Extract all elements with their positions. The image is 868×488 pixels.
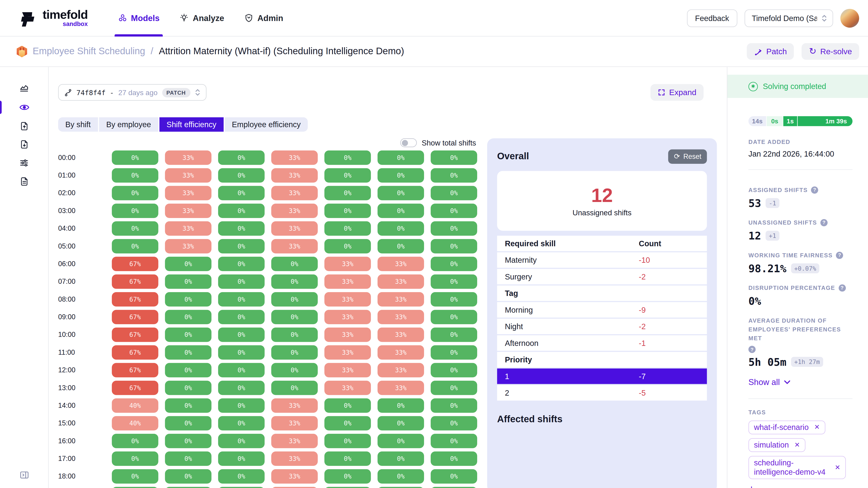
efficiency-cell[interactable]: 0% [271,345,318,360]
version-select[interactable]: 74f8f4f - 27 days ago PATCH [58,84,206,101]
reset-button[interactable]: ⟳ Reset [669,149,707,164]
tag-scheduling-intelligence-demo-v4[interactable]: scheduling-intelligence-demo-v4✕ [748,456,846,479]
efficiency-cell[interactable]: 0% [218,257,265,271]
tab-by-shift[interactable]: By shift [58,117,98,132]
efficiency-cell[interactable]: 0% [218,381,265,395]
efficiency-cell[interactable]: 33% [377,345,424,360]
efficiency-cell[interactable]: 0% [112,168,158,183]
efficiency-cell[interactable]: 0% [431,469,477,484]
efficiency-cell[interactable]: 0% [377,398,424,413]
efficiency-cell[interactable]: 0% [218,398,265,413]
show-total-shifts-toggle[interactable] [400,138,416,147]
efficiency-cell[interactable]: 0% [324,398,371,413]
workspace-select[interactable]: Timefold Demo (San [745,9,833,27]
table-row-1[interactable]: 1-7 [497,368,707,384]
efficiency-cell[interactable]: 0% [218,451,265,466]
efficiency-cell[interactable]: 33% [324,274,371,289]
efficiency-cell[interactable]: 33% [377,257,424,271]
add-tag-button[interactable]: + [748,484,852,488]
help-icon[interactable]: ? [838,284,846,291]
efficiency-cell[interactable]: 33% [377,292,424,306]
efficiency-cell[interactable]: 33% [271,416,318,431]
efficiency-cell[interactable]: 0% [165,451,212,466]
efficiency-cell[interactable]: 33% [165,221,212,236]
efficiency-cell[interactable]: 0% [271,381,318,395]
efficiency-cell[interactable]: 0% [324,221,371,236]
sidebar-item-logs[interactable] [0,176,48,186]
efficiency-cell[interactable]: 0% [112,221,158,236]
efficiency-cell[interactable]: 0% [271,257,318,271]
remove-tag-icon[interactable]: ✕ [794,440,800,450]
efficiency-cell[interactable]: 0% [218,221,265,236]
efficiency-cell[interactable]: 0% [431,451,477,466]
efficiency-cell[interactable]: 33% [165,239,212,254]
efficiency-cell[interactable]: 0% [377,151,424,165]
efficiency-cell[interactable]: 0% [218,292,265,306]
efficiency-cell[interactable]: 0% [431,239,477,254]
efficiency-cell[interactable]: 0% [271,292,318,306]
table-row-maternity[interactable]: Maternity-10 [497,252,707,268]
feedback-button[interactable]: Feedback [687,9,737,27]
table-row-afternoon[interactable]: Afternoon-1 [497,335,707,351]
efficiency-cell[interactable]: 0% [218,434,265,448]
tag-simulation[interactable]: simulation✕ [748,438,805,452]
tab-employee-efficiency[interactable]: Employee efficiency [225,117,308,132]
efficiency-cell[interactable]: 0% [218,487,265,488]
efficiency-cell[interactable]: 0% [431,310,477,324]
efficiency-cell[interactable]: 33% [271,151,318,165]
efficiency-cell[interactable]: 0% [165,310,212,324]
efficiency-cell[interactable]: 0% [165,292,212,306]
efficiency-cell[interactable]: 33% [271,451,318,466]
efficiency-cell[interactable]: 0% [377,168,424,183]
sidebar-item-area-chart[interactable] [0,83,48,94]
patch-button[interactable]: Patch [747,43,794,60]
table-row-tag[interactable]: Tag [497,286,707,301]
efficiency-cell[interactable]: 33% [324,328,371,342]
efficiency-cell[interactable]: 0% [324,434,371,448]
efficiency-cell[interactable]: 0% [431,186,477,200]
efficiency-cell[interactable]: 33% [271,469,318,484]
efficiency-cell[interactable]: 33% [324,257,371,271]
efficiency-cell[interactable]: 33% [324,345,371,360]
sidebar-expand-button[interactable] [19,470,29,480]
efficiency-cell[interactable]: 0% [324,487,371,488]
efficiency-cell[interactable]: 0% [112,469,158,484]
expand-button[interactable]: Expand [650,84,704,101]
help-icon[interactable]: ? [811,186,818,193]
efficiency-cell[interactable]: 0% [112,451,158,466]
efficiency-cell[interactable]: 0% [112,487,158,488]
efficiency-cell[interactable]: 0% [112,239,158,254]
remove-tag-icon[interactable]: ✕ [835,463,840,473]
efficiency-cell[interactable]: 0% [377,416,424,431]
efficiency-cell[interactable]: 33% [377,363,424,378]
efficiency-cell[interactable]: 0% [377,451,424,466]
efficiency-cell[interactable]: 0% [431,257,477,271]
table-row-2[interactable]: 2-5 [497,385,707,400]
efficiency-cell[interactable]: 0% [165,345,212,360]
efficiency-cell[interactable]: 0% [165,487,212,488]
table-row-priority[interactable]: Priority [497,352,707,367]
efficiency-cell[interactable]: 40% [112,398,158,413]
efficiency-cell[interactable]: 0% [165,434,212,448]
efficiency-cell[interactable]: 0% [431,398,477,413]
efficiency-cell[interactable]: 0% [431,363,477,378]
tab-by-employee[interactable]: By employee [99,117,158,132]
efficiency-cell[interactable]: 0% [431,274,477,289]
sidebar-item-settings[interactable] [0,158,48,168]
sidebar-item-file-download[interactable] [0,139,48,149]
efficiency-cell[interactable]: 0% [324,239,371,254]
efficiency-cell[interactable]: 0% [218,168,265,183]
efficiency-cell[interactable]: 0% [165,469,212,484]
efficiency-cell[interactable]: 0% [271,274,318,289]
nav-item-admin[interactable]: Admin [244,0,283,36]
efficiency-cell[interactable]: 0% [324,416,371,431]
efficiency-cell[interactable]: 0% [112,434,158,448]
efficiency-cell[interactable]: 0% [218,469,265,484]
efficiency-cell[interactable]: 0% [377,434,424,448]
efficiency-cell[interactable]: 0% [431,292,477,306]
efficiency-cell[interactable]: 40% [112,416,158,431]
efficiency-cell[interactable]: 0% [271,363,318,378]
efficiency-cell[interactable]: 0% [431,328,477,342]
efficiency-cell[interactable]: 0% [377,186,424,200]
efficiency-cell[interactable]: 0% [324,151,371,165]
